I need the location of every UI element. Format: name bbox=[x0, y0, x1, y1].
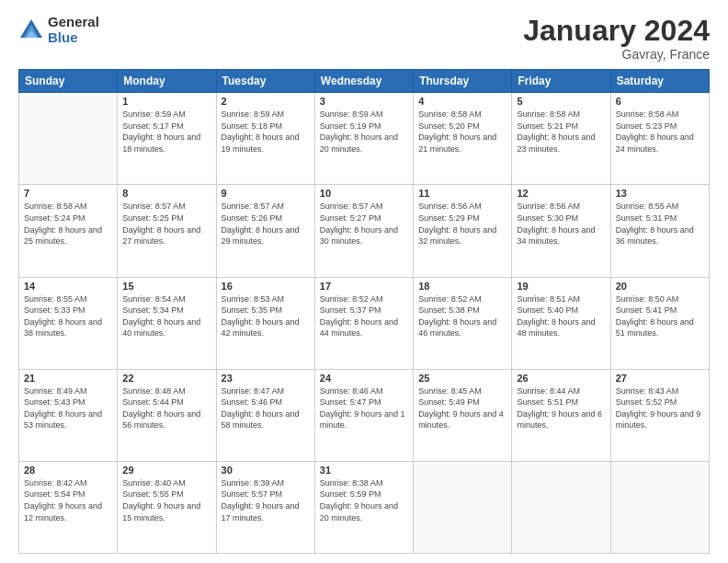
week-row-3: 21Sunrise: 8:49 AMSunset: 5:43 PMDayligh… bbox=[19, 369, 710, 461]
cell-info: Sunrise: 8:56 AMSunset: 5:30 PMDaylight:… bbox=[517, 201, 605, 247]
calendar-cell: 13Sunrise: 8:55 AMSunset: 5:31 PMDayligh… bbox=[610, 185, 709, 277]
calendar-cell: 9Sunrise: 8:57 AMSunset: 5:26 PMDaylight… bbox=[216, 185, 314, 277]
week-row-1: 7Sunrise: 8:58 AMSunset: 5:24 PMDaylight… bbox=[19, 185, 710, 277]
cell-info: Sunrise: 8:45 AMSunset: 5:49 PMDaylight:… bbox=[418, 385, 506, 431]
calendar-cell: 10Sunrise: 8:57 AMSunset: 5:27 PMDayligh… bbox=[314, 185, 413, 277]
cell-info: Sunrise: 8:54 AMSunset: 5:34 PMDaylight:… bbox=[122, 293, 210, 339]
calendar-cell: 4Sunrise: 8:58 AMSunset: 5:20 PMDaylight… bbox=[414, 93, 512, 185]
calendar-cell bbox=[414, 461, 512, 553]
calendar-cell: 1Sunrise: 8:59 AMSunset: 5:17 PMDaylight… bbox=[118, 93, 216, 185]
calendar-cell: 27Sunrise: 8:43 AMSunset: 5:52 PMDayligh… bbox=[610, 369, 709, 461]
month-title: January 2024 bbox=[523, 15, 710, 47]
cell-info: Sunrise: 8:38 AMSunset: 5:59 PMDaylight:… bbox=[320, 477, 408, 523]
cell-date: 16 bbox=[222, 281, 310, 292]
cell-date: 14 bbox=[24, 281, 112, 292]
cell-date: 17 bbox=[320, 281, 408, 292]
week-row-2: 14Sunrise: 8:55 AMSunset: 5:33 PMDayligh… bbox=[19, 277, 710, 369]
calendar-cell: 24Sunrise: 8:46 AMSunset: 5:47 PMDayligh… bbox=[314, 369, 413, 461]
cell-date: 28 bbox=[24, 465, 112, 476]
cell-date: 15 bbox=[122, 281, 210, 292]
calendar-cell: 19Sunrise: 8:51 AMSunset: 5:40 PMDayligh… bbox=[512, 277, 610, 369]
cell-info: Sunrise: 8:57 AMSunset: 5:25 PMDaylight:… bbox=[122, 201, 210, 247]
cell-date: 29 bbox=[122, 465, 210, 476]
cell-info: Sunrise: 8:46 AMSunset: 5:47 PMDaylight:… bbox=[320, 385, 408, 431]
calendar-cell: 25Sunrise: 8:45 AMSunset: 5:49 PMDayligh… bbox=[414, 369, 512, 461]
cell-date: 26 bbox=[517, 373, 605, 384]
calendar-cell: 21Sunrise: 8:49 AMSunset: 5:43 PMDayligh… bbox=[19, 369, 118, 461]
location: Gavray, France bbox=[523, 47, 710, 62]
calendar-cell: 5Sunrise: 8:58 AMSunset: 5:21 PMDaylight… bbox=[512, 93, 610, 185]
cell-date: 30 bbox=[222, 465, 310, 476]
calendar-body: 1Sunrise: 8:59 AMSunset: 5:17 PMDaylight… bbox=[19, 93, 710, 554]
week-row-4: 28Sunrise: 8:42 AMSunset: 5:54 PMDayligh… bbox=[19, 461, 710, 553]
cell-date: 3 bbox=[320, 96, 408, 107]
cell-info: Sunrise: 8:57 AMSunset: 5:27 PMDaylight:… bbox=[320, 201, 408, 247]
cell-date: 13 bbox=[616, 188, 704, 199]
cell-date: 22 bbox=[122, 373, 210, 384]
calendar-cell: 31Sunrise: 8:38 AMSunset: 5:59 PMDayligh… bbox=[314, 461, 413, 553]
header-cell-friday: Friday bbox=[512, 70, 610, 93]
page: General Blue January 2024 Gavray, France… bbox=[0, 0, 728, 563]
cell-date: 11 bbox=[418, 188, 506, 199]
calendar-table: SundayMondayTuesdayWednesdayThursdayFrid… bbox=[18, 69, 710, 554]
cell-info: Sunrise: 8:40 AMSunset: 5:55 PMDaylight:… bbox=[122, 477, 210, 523]
cell-info: Sunrise: 8:55 AMSunset: 5:31 PMDaylight:… bbox=[616, 201, 704, 247]
calendar-cell: 16Sunrise: 8:53 AMSunset: 5:35 PMDayligh… bbox=[216, 277, 314, 369]
header: General Blue January 2024 Gavray, France bbox=[18, 15, 710, 62]
logo-blue: Blue bbox=[48, 30, 99, 46]
cell-date: 19 bbox=[517, 281, 605, 292]
calendar-header: SundayMondayTuesdayWednesdayThursdayFrid… bbox=[19, 70, 710, 93]
calendar-cell: 26Sunrise: 8:44 AMSunset: 5:51 PMDayligh… bbox=[512, 369, 610, 461]
header-cell-wednesday: Wednesday bbox=[314, 70, 413, 93]
cell-date: 12 bbox=[517, 188, 605, 199]
title-block: January 2024 Gavray, France bbox=[523, 15, 710, 62]
calendar-cell: 6Sunrise: 8:58 AMSunset: 5:23 PMDaylight… bbox=[610, 93, 709, 185]
cell-date: 1 bbox=[122, 96, 210, 107]
cell-info: Sunrise: 8:50 AMSunset: 5:41 PMDaylight:… bbox=[616, 293, 704, 339]
cell-info: Sunrise: 8:49 AMSunset: 5:43 PMDaylight:… bbox=[24, 385, 112, 431]
cell-info: Sunrise: 8:43 AMSunset: 5:52 PMDaylight:… bbox=[616, 385, 704, 431]
cell-info: Sunrise: 8:52 AMSunset: 5:38 PMDaylight:… bbox=[418, 293, 506, 339]
calendar-cell: 28Sunrise: 8:42 AMSunset: 5:54 PMDayligh… bbox=[19, 461, 118, 553]
cell-info: Sunrise: 8:51 AMSunset: 5:40 PMDaylight:… bbox=[517, 293, 605, 339]
logo-text: General Blue bbox=[48, 15, 99, 45]
cell-info: Sunrise: 8:58 AMSunset: 5:23 PMDaylight:… bbox=[616, 109, 704, 155]
calendar-cell: 3Sunrise: 8:59 AMSunset: 5:19 PMDaylight… bbox=[314, 93, 413, 185]
cell-date: 18 bbox=[418, 281, 506, 292]
cell-info: Sunrise: 8:59 AMSunset: 5:19 PMDaylight:… bbox=[320, 109, 408, 155]
week-row-0: 1Sunrise: 8:59 AMSunset: 5:17 PMDaylight… bbox=[19, 93, 710, 185]
calendar-cell: 23Sunrise: 8:47 AMSunset: 5:46 PMDayligh… bbox=[216, 369, 314, 461]
cell-info: Sunrise: 8:59 AMSunset: 5:17 PMDaylight:… bbox=[122, 109, 210, 155]
logo-icon bbox=[18, 17, 44, 43]
header-cell-sunday: Sunday bbox=[19, 70, 118, 93]
calendar-cell: 17Sunrise: 8:52 AMSunset: 5:37 PMDayligh… bbox=[314, 277, 413, 369]
calendar-cell: 14Sunrise: 8:55 AMSunset: 5:33 PMDayligh… bbox=[19, 277, 118, 369]
cell-date: 24 bbox=[320, 373, 408, 384]
cell-info: Sunrise: 8:58 AMSunset: 5:24 PMDaylight:… bbox=[24, 201, 112, 247]
cell-date: 10 bbox=[320, 188, 408, 199]
cell-date: 27 bbox=[616, 373, 704, 384]
header-row: SundayMondayTuesdayWednesdayThursdayFrid… bbox=[19, 70, 710, 93]
calendar-cell: 20Sunrise: 8:50 AMSunset: 5:41 PMDayligh… bbox=[610, 277, 709, 369]
cell-info: Sunrise: 8:56 AMSunset: 5:29 PMDaylight:… bbox=[418, 201, 506, 247]
calendar-cell: 2Sunrise: 8:59 AMSunset: 5:18 PMDaylight… bbox=[216, 93, 314, 185]
cell-date: 7 bbox=[24, 188, 112, 199]
cell-date: 23 bbox=[222, 373, 310, 384]
cell-date: 31 bbox=[320, 465, 408, 476]
calendar-cell bbox=[19, 93, 118, 185]
cell-info: Sunrise: 8:39 AMSunset: 5:57 PMDaylight:… bbox=[222, 477, 310, 523]
cell-info: Sunrise: 8:47 AMSunset: 5:46 PMDaylight:… bbox=[222, 385, 310, 431]
cell-date: 5 bbox=[517, 96, 605, 107]
cell-date: 2 bbox=[222, 96, 310, 107]
calendar-cell: 7Sunrise: 8:58 AMSunset: 5:24 PMDaylight… bbox=[19, 185, 118, 277]
cell-date: 9 bbox=[222, 188, 310, 199]
calendar-cell: 15Sunrise: 8:54 AMSunset: 5:34 PMDayligh… bbox=[118, 277, 216, 369]
cell-date: 21 bbox=[24, 373, 112, 384]
calendar-cell: 22Sunrise: 8:48 AMSunset: 5:44 PMDayligh… bbox=[118, 369, 216, 461]
cell-date: 20 bbox=[616, 281, 704, 292]
calendar-cell: 11Sunrise: 8:56 AMSunset: 5:29 PMDayligh… bbox=[414, 185, 512, 277]
cell-info: Sunrise: 8:57 AMSunset: 5:26 PMDaylight:… bbox=[222, 201, 310, 247]
header-cell-tuesday: Tuesday bbox=[216, 70, 314, 93]
cell-info: Sunrise: 8:55 AMSunset: 5:33 PMDaylight:… bbox=[24, 293, 112, 339]
cell-info: Sunrise: 8:59 AMSunset: 5:18 PMDaylight:… bbox=[222, 109, 310, 155]
